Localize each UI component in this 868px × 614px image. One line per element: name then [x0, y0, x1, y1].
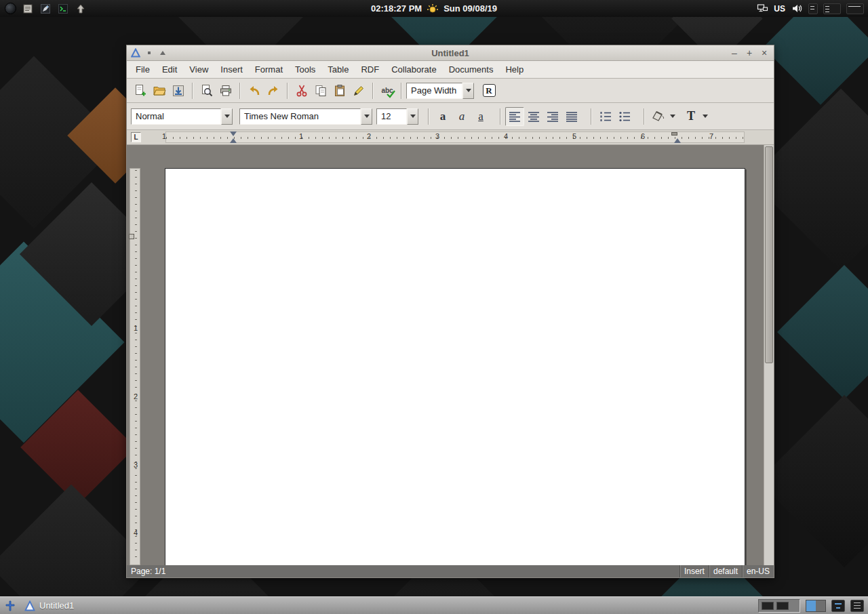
bulleted-list-button[interactable]	[615, 107, 634, 126]
underline-button[interactable]: a	[471, 107, 490, 126]
menu-insert[interactable]: Insert	[214, 62, 249, 77]
toolbar-separator	[644, 108, 645, 125]
abiword-logo-icon[interactable]	[131, 48, 140, 58]
document-page[interactable]	[165, 168, 745, 565]
ruler-ticks	[135, 170, 137, 563]
rdf-anchor-button[interactable]: R	[479, 81, 498, 100]
bold-glyph: a	[440, 110, 446, 123]
window-menu-button[interactable]	[144, 48, 154, 58]
text-color-button[interactable]: T	[682, 107, 701, 126]
left-indent-marker[interactable]	[230, 138, 237, 143]
spellcheck-button[interactable]: abc	[378, 81, 397, 100]
right-margin-marker[interactable]	[671, 132, 677, 136]
undo-button[interactable]	[245, 81, 264, 100]
workspace-pager[interactable]	[806, 600, 826, 612]
ruler-ticks	[166, 137, 744, 139]
panel-date: Sun 09/08/19	[443, 3, 497, 14]
ruler-number: 5	[572, 132, 576, 140]
highlight-color-button[interactable]	[649, 107, 668, 126]
paste-button[interactable]	[330, 81, 349, 100]
bold-button[interactable]: a	[433, 107, 452, 126]
menu-rdf[interactable]: RDF	[355, 62, 385, 77]
task-label: Untitled1	[39, 600, 74, 611]
text-color-chevron-icon[interactable]	[701, 107, 710, 126]
tray-window-icon[interactable]	[776, 602, 789, 610]
ruler-number: 1	[162, 132, 166, 140]
new-document-button[interactable]	[131, 81, 150, 100]
align-right-button[interactable]	[543, 107, 562, 126]
standard-toolbar: abc Page Width R	[127, 79, 774, 103]
style-combo[interactable]: Normal	[131, 108, 233, 125]
tray-app-icon[interactable]	[850, 600, 864, 612]
language-indicator[interactable]: en-US	[742, 565, 774, 577]
chevron-down-icon[interactable]	[361, 108, 372, 125]
tray-app-icon[interactable]	[831, 600, 845, 612]
clock-area[interactable]: 02:18:27 PM Sun 09/08/19	[0, 3, 868, 15]
minimize-button[interactable]: –	[729, 47, 740, 58]
redo-button[interactable]	[264, 81, 283, 100]
workspace-2[interactable]	[816, 600, 825, 611]
top-panel: 02:18:27 PM Sun 09/08/19 US	[0, 0, 868, 17]
print-button[interactable]	[216, 81, 235, 100]
taskbar-task-untitled1[interactable]: Untitled1	[22, 598, 81, 613]
font-value: Times New Roman	[239, 108, 361, 125]
top-margin-marker[interactable]	[129, 234, 134, 239]
weather-icon	[427, 3, 439, 15]
rdf-glyph: R	[483, 84, 496, 97]
show-desktop-icon[interactable]	[4, 600, 16, 612]
menu-tools[interactable]: Tools	[289, 62, 321, 77]
format-painter-button[interactable]	[349, 81, 368, 100]
zoom-value: Page Width	[406, 83, 462, 99]
menu-table[interactable]: Table	[321, 62, 355, 77]
ruler-number: 2	[130, 392, 141, 401]
tray-window-icon[interactable]	[762, 602, 774, 610]
menu-help[interactable]: Help	[499, 62, 530, 77]
text-color-glyph: T	[687, 109, 695, 123]
ruler-number: 2	[367, 132, 371, 140]
menu-collaborate[interactable]: Collaborate	[385, 62, 443, 77]
document-area[interactable]: 1 2 3 4	[127, 145, 764, 565]
font-combo[interactable]: Times New Roman	[239, 108, 372, 125]
highlight-color-chevron-icon[interactable]	[668, 107, 677, 126]
menu-edit[interactable]: Edit	[156, 62, 183, 77]
ruler-number: 6	[641, 132, 645, 140]
vertical-scrollbar[interactable]	[764, 145, 774, 565]
menu-documents[interactable]: Documents	[443, 62, 500, 77]
numbered-list-button[interactable]	[596, 107, 615, 126]
chevron-down-icon[interactable]	[407, 108, 418, 125]
toolbar-separator	[192, 83, 193, 99]
font-size-combo[interactable]: 12	[376, 108, 418, 125]
maximize-button[interactable]: +	[744, 47, 755, 58]
toolbar-separator	[401, 83, 402, 99]
zoom-combo[interactable]: Page Width	[406, 83, 474, 99]
print-preview-button[interactable]	[197, 81, 216, 100]
horizontal-ruler[interactable]: L 1 1 2 3 4 5 6 7	[127, 130, 774, 145]
cut-button[interactable]	[292, 81, 311, 100]
save-document-button[interactable]	[169, 81, 188, 100]
tab-selector[interactable]: L	[131, 132, 141, 142]
style-indicator[interactable]: default	[709, 565, 742, 577]
insert-mode-indicator[interactable]: Insert	[679, 565, 709, 577]
ruler-number: 4	[504, 132, 508, 140]
align-justify-button[interactable]	[562, 107, 581, 126]
chevron-down-icon[interactable]	[221, 108, 233, 125]
first-line-indent-marker[interactable]	[230, 131, 237, 136]
chevron-down-icon[interactable]	[462, 83, 474, 99]
align-center-button[interactable]	[524, 107, 543, 126]
align-left-button[interactable]	[505, 107, 524, 126]
open-document-button[interactable]	[150, 81, 169, 100]
window-shade-button[interactable]	[158, 48, 167, 58]
vertical-ruler[interactable]: 1 2 3 4	[130, 168, 140, 565]
bottom-taskbar: Untitled1	[0, 596, 868, 614]
titlebar[interactable]: Untitled1 – + ×	[127, 45, 774, 61]
italic-button[interactable]: a	[452, 107, 471, 126]
copy-button[interactable]	[311, 81, 330, 100]
close-button[interactable]: ×	[759, 47, 770, 58]
menu-view[interactable]: View	[183, 62, 214, 77]
menu-format[interactable]: Format	[249, 62, 289, 77]
underline-glyph: a	[478, 110, 484, 123]
menu-file[interactable]: File	[130, 62, 156, 77]
workspace-1-active[interactable]	[806, 600, 816, 611]
right-indent-marker[interactable]	[674, 138, 681, 143]
scrollbar-thumb[interactable]	[765, 146, 773, 363]
